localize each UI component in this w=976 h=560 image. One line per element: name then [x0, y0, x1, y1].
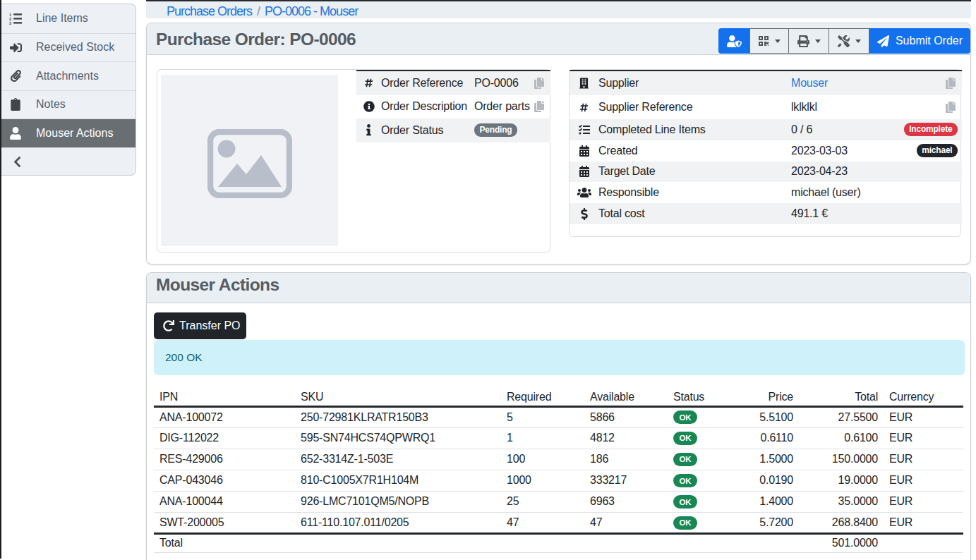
svg-text:3: 3 [9, 20, 11, 24]
